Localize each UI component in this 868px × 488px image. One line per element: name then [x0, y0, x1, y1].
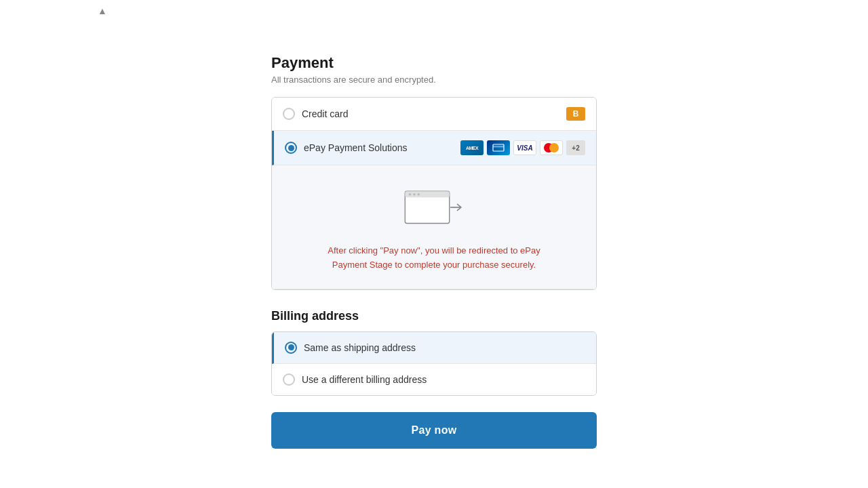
svg-rect-3	[405, 191, 449, 197]
redirect-text-line1: After clicking "Pay now", you will be re…	[328, 245, 540, 256]
amex-icon: AMEX	[460, 140, 484, 155]
credit-card-badge: B	[566, 107, 585, 121]
epay-label: ePay Payment Solutions	[304, 142, 454, 153]
epay-radio[interactable]	[285, 142, 297, 154]
billing-title: Billing address	[271, 309, 597, 323]
credit-card-label: Credit card	[302, 108, 559, 119]
same-shipping-label: Same as shipping address	[304, 342, 416, 353]
redirect-panel: After clicking "Pay now", you will be re…	[272, 165, 596, 289]
chevron-up-icon[interactable]: ▲	[98, 5, 107, 16]
redirect-description: After clicking "Pay now", you will be re…	[328, 244, 540, 272]
plus-more-badge: +2	[566, 140, 585, 155]
payment-title: Payment	[271, 54, 597, 72]
svg-rect-1	[493, 146, 504, 148]
svg-point-4	[409, 193, 412, 196]
browser-redirect-icon	[400, 186, 468, 233]
payment-option-epay[interactable]: ePay Payment Solutions AMEX VISA	[272, 131, 596, 165]
billing-option-same-shipping[interactable]: Same as shipping address	[272, 332, 596, 364]
epay-card-icons: AMEX VISA	[460, 140, 585, 155]
different-billing-label: Use a different billing address	[302, 374, 427, 385]
redirect-text-line2: Payment Stage to complete your purchase …	[332, 260, 536, 270]
credit-card-radio[interactable]	[283, 108, 295, 120]
different-billing-radio[interactable]	[283, 373, 295, 386]
page-container: ▲ Payment All transactions are secure an…	[0, 0, 868, 488]
billing-option-different[interactable]: Use a different billing address	[272, 364, 596, 395]
billing-options-container: Same as shipping address Use a different…	[271, 331, 597, 396]
svg-point-5	[413, 193, 416, 196]
debit-icon	[487, 140, 510, 155]
svg-rect-0	[493, 144, 504, 151]
content-area: Payment All transactions are secure and …	[271, 54, 597, 449]
visa-icon: VISA	[513, 140, 536, 155]
mastercard-icon	[540, 140, 563, 155]
same-shipping-radio[interactable]	[285, 342, 297, 354]
pay-now-button[interactable]: Pay now	[271, 412, 597, 449]
payment-option-credit-card[interactable]: Credit card B	[272, 98, 596, 131]
payment-options-container: Credit card B ePay Payment Solutions AME…	[271, 97, 597, 290]
payment-subtitle: All transactions are secure and encrypte…	[271, 75, 597, 85]
svg-point-6	[417, 193, 420, 196]
